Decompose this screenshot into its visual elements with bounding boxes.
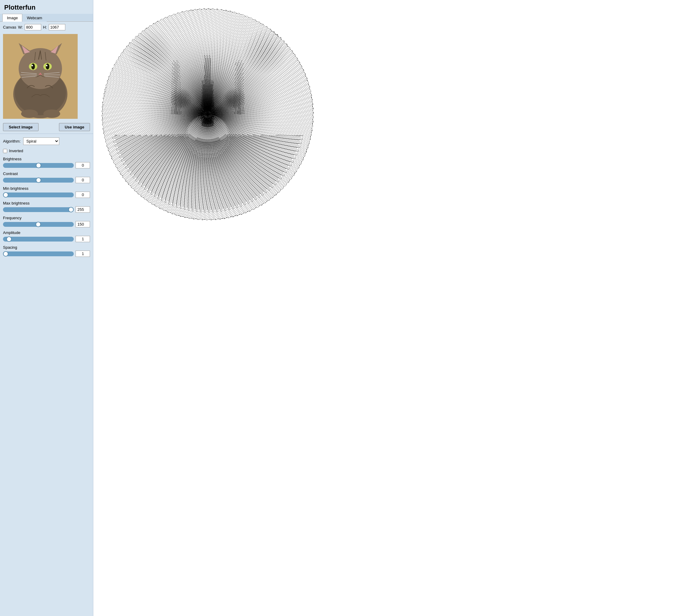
plotter-output [99, 6, 316, 223]
canvas-height-input[interactable] [49, 24, 65, 30]
max-brightness-label: Max brightness [3, 201, 90, 206]
spacing-group: Spacing [3, 245, 90, 257]
spacing-slider-row [3, 251, 90, 257]
divider [0, 134, 93, 134]
tab-bar: Image Webcam [0, 14, 93, 22]
svg-point-17 [46, 65, 48, 67]
contrast-slider-row [3, 177, 90, 183]
max-brightness-group: Max brightness [3, 201, 90, 213]
contrast-input[interactable] [75, 177, 90, 183]
contrast-slider[interactable] [3, 178, 74, 183]
contrast-label: Contrast [3, 171, 90, 176]
amplitude-group: Amplitude [3, 230, 90, 242]
amplitude-slider-row [3, 236, 90, 242]
frequency-input[interactable] [75, 221, 90, 228]
algorithm-select[interactable]: Spiral Circles Lines Dots [23, 138, 59, 145]
svg-point-16 [31, 65, 33, 67]
spacing-label: Spacing [3, 245, 90, 250]
min-brightness-group: Min brightness [3, 186, 90, 198]
frequency-group: Frequency [3, 216, 90, 228]
main-canvas-area [93, 0, 682, 616]
svg-point-15 [46, 64, 49, 70]
svg-point-26 [43, 110, 60, 118]
brightness-slider[interactable] [3, 163, 74, 168]
brightness-group: Brightness [3, 157, 90, 168]
brightness-label: Brightness [3, 157, 90, 161]
max-brightness-slider-row [3, 206, 90, 213]
brightness-input[interactable] [75, 162, 90, 168]
canvas-label: Canvas [3, 25, 16, 29]
frequency-label: Frequency [3, 216, 90, 220]
min-brightness-slider-row [3, 192, 90, 198]
image-buttons-row: Select image Use image [0, 121, 93, 134]
svg-point-14 [31, 64, 35, 70]
max-brightness-input[interactable] [75, 206, 90, 213]
select-image-button[interactable]: Select image [3, 123, 39, 131]
image-preview-area [0, 32, 93, 121]
spiral-canvas [99, 6, 316, 222]
inverted-label: Inverted [9, 148, 23, 153]
cat-preview-image [3, 34, 78, 119]
spacing-slider[interactable] [3, 252, 74, 256]
controls-area: Algorithm: Spiral Circles Lines Dots Inv… [0, 136, 93, 616]
inverted-checkbox[interactable] [3, 149, 7, 153]
contrast-group: Contrast [3, 171, 90, 183]
tab-image[interactable]: Image [2, 14, 22, 22]
svg-point-25 [21, 110, 38, 118]
image-preview-box [3, 34, 78, 119]
amplitude-slider[interactable] [3, 237, 74, 241]
tab-webcam[interactable]: Webcam [22, 14, 47, 22]
frequency-slider-row [3, 221, 90, 228]
app-title: Plotterfun [0, 0, 93, 14]
width-label: W: [18, 25, 23, 29]
svg-point-3 [19, 48, 62, 89]
brightness-slider-row [3, 162, 90, 168]
algorithm-row: Algorithm: Spiral Circles Lines Dots [3, 138, 90, 145]
canvas-size-row: Canvas W: H: [0, 22, 93, 32]
canvas-width-input[interactable] [25, 24, 41, 30]
sidebar: Plotterfun Image Webcam Canvas W: H: [0, 0, 93, 616]
spacing-input[interactable] [75, 251, 90, 257]
max-brightness-slider[interactable] [3, 207, 74, 212]
algorithm-label: Algorithm: [3, 139, 21, 143]
min-brightness-input[interactable] [75, 192, 90, 198]
use-image-button[interactable]: Use image [59, 123, 90, 131]
amplitude-input[interactable] [75, 236, 90, 242]
frequency-slider[interactable] [3, 222, 74, 227]
min-brightness-label: Min brightness [3, 186, 90, 191]
min-brightness-slider[interactable] [3, 192, 74, 197]
amplitude-label: Amplitude [3, 230, 90, 235]
inverted-row: Inverted [3, 148, 90, 153]
height-label: H: [43, 25, 47, 29]
